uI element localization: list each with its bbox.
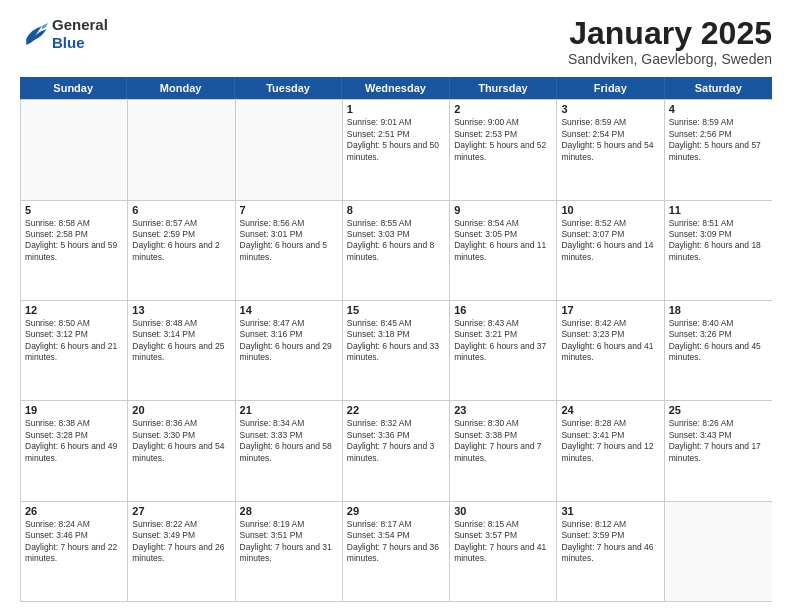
cell-info: Sunrise: 8:47 AM Sunset: 3:16 PM Dayligh… [240,318,338,364]
cell-info: Sunrise: 8:38 AM Sunset: 3:28 PM Dayligh… [25,418,123,464]
cell-info: Sunrise: 8:59 AM Sunset: 2:54 PM Dayligh… [561,117,659,163]
header-day-tuesday: Tuesday [235,77,342,99]
day-number: 21 [240,404,338,416]
cell-info: Sunrise: 9:00 AM Sunset: 2:53 PM Dayligh… [454,117,552,163]
logo-general: General [52,16,108,33]
cell-info: Sunrise: 8:58 AM Sunset: 2:58 PM Dayligh… [25,218,123,264]
calendar-cell: 24Sunrise: 8:28 AM Sunset: 3:41 PM Dayli… [557,401,664,500]
day-number: 15 [347,304,445,316]
day-number: 14 [240,304,338,316]
calendar-row-2: 12Sunrise: 8:50 AM Sunset: 3:12 PM Dayli… [21,300,772,400]
calendar-cell: 28Sunrise: 8:19 AM Sunset: 3:51 PM Dayli… [236,502,343,601]
cell-info: Sunrise: 8:54 AM Sunset: 3:05 PM Dayligh… [454,218,552,264]
header-day-saturday: Saturday [665,77,772,99]
calendar-cell: 3Sunrise: 8:59 AM Sunset: 2:54 PM Daylig… [557,100,664,199]
calendar-cell [665,502,772,601]
day-number: 31 [561,505,659,517]
calendar-cell: 20Sunrise: 8:36 AM Sunset: 3:30 PM Dayli… [128,401,235,500]
cell-info: Sunrise: 8:51 AM Sunset: 3:09 PM Dayligh… [669,218,768,264]
calendar-cell: 6Sunrise: 8:57 AM Sunset: 2:59 PM Daylig… [128,201,235,300]
cell-info: Sunrise: 8:52 AM Sunset: 3:07 PM Dayligh… [561,218,659,264]
calendar-cell: 2Sunrise: 9:00 AM Sunset: 2:53 PM Daylig… [450,100,557,199]
calendar-cell: 9Sunrise: 8:54 AM Sunset: 3:05 PM Daylig… [450,201,557,300]
cell-info: Sunrise: 8:55 AM Sunset: 3:03 PM Dayligh… [347,218,445,264]
logo-bird-icon [20,23,48,45]
day-number: 22 [347,404,445,416]
logo-blue: Blue [52,34,85,51]
cell-info: Sunrise: 8:17 AM Sunset: 3:54 PM Dayligh… [347,519,445,565]
day-number: 18 [669,304,768,316]
header-day-friday: Friday [557,77,664,99]
calendar-cell: 4Sunrise: 8:59 AM Sunset: 2:56 PM Daylig… [665,100,772,199]
cell-info: Sunrise: 8:50 AM Sunset: 3:12 PM Dayligh… [25,318,123,364]
header-day-monday: Monday [127,77,234,99]
cell-info: Sunrise: 8:48 AM Sunset: 3:14 PM Dayligh… [132,318,230,364]
calendar-body: 1Sunrise: 9:01 AM Sunset: 2:51 PM Daylig… [20,99,772,602]
calendar-cell: 21Sunrise: 8:34 AM Sunset: 3:33 PM Dayli… [236,401,343,500]
calendar-cell: 18Sunrise: 8:40 AM Sunset: 3:26 PM Dayli… [665,301,772,400]
page: General Blue January 2025 Sandviken, Gae… [0,0,792,612]
calendar-cell [236,100,343,199]
day-number: 7 [240,204,338,216]
day-number: 11 [669,204,768,216]
day-number: 28 [240,505,338,517]
day-number: 17 [561,304,659,316]
calendar: SundayMondayTuesdayWednesdayThursdayFrid… [20,77,772,602]
calendar-cell: 10Sunrise: 8:52 AM Sunset: 3:07 PM Dayli… [557,201,664,300]
calendar-cell: 8Sunrise: 8:55 AM Sunset: 3:03 PM Daylig… [343,201,450,300]
calendar-cell: 5Sunrise: 8:58 AM Sunset: 2:58 PM Daylig… [21,201,128,300]
calendar-cell: 30Sunrise: 8:15 AM Sunset: 3:57 PM Dayli… [450,502,557,601]
calendar-cell: 29Sunrise: 8:17 AM Sunset: 3:54 PM Dayli… [343,502,450,601]
calendar-row-4: 26Sunrise: 8:24 AM Sunset: 3:46 PM Dayli… [21,501,772,601]
header-day-sunday: Sunday [20,77,127,99]
day-number: 4 [669,103,768,115]
day-number: 16 [454,304,552,316]
cell-info: Sunrise: 8:42 AM Sunset: 3:23 PM Dayligh… [561,318,659,364]
day-number: 2 [454,103,552,115]
day-number: 25 [669,404,768,416]
day-number: 5 [25,204,123,216]
logo: General Blue [20,16,108,52]
calendar-row-0: 1Sunrise: 9:01 AM Sunset: 2:51 PM Daylig… [21,99,772,199]
calendar-cell: 27Sunrise: 8:22 AM Sunset: 3:49 PM Dayli… [128,502,235,601]
calendar-cell [128,100,235,199]
calendar-cell: 12Sunrise: 8:50 AM Sunset: 3:12 PM Dayli… [21,301,128,400]
day-number: 27 [132,505,230,517]
calendar-cell: 11Sunrise: 8:51 AM Sunset: 3:09 PM Dayli… [665,201,772,300]
day-number: 10 [561,204,659,216]
calendar-row-1: 5Sunrise: 8:58 AM Sunset: 2:58 PM Daylig… [21,200,772,300]
day-number: 26 [25,505,123,517]
day-number: 6 [132,204,230,216]
calendar-cell: 16Sunrise: 8:43 AM Sunset: 3:21 PM Dayli… [450,301,557,400]
calendar-cell: 13Sunrise: 8:48 AM Sunset: 3:14 PM Dayli… [128,301,235,400]
calendar-cell [21,100,128,199]
cell-info: Sunrise: 8:45 AM Sunset: 3:18 PM Dayligh… [347,318,445,364]
cell-info: Sunrise: 8:32 AM Sunset: 3:36 PM Dayligh… [347,418,445,464]
calendar-cell: 7Sunrise: 8:56 AM Sunset: 3:01 PM Daylig… [236,201,343,300]
cell-info: Sunrise: 8:36 AM Sunset: 3:30 PM Dayligh… [132,418,230,464]
cell-info: Sunrise: 8:24 AM Sunset: 3:46 PM Dayligh… [25,519,123,565]
day-number: 9 [454,204,552,216]
day-number: 13 [132,304,230,316]
calendar-cell: 25Sunrise: 8:26 AM Sunset: 3:43 PM Dayli… [665,401,772,500]
day-number: 30 [454,505,552,517]
day-number: 29 [347,505,445,517]
calendar-cell: 15Sunrise: 8:45 AM Sunset: 3:18 PM Dayli… [343,301,450,400]
day-number: 20 [132,404,230,416]
calendar-cell: 17Sunrise: 8:42 AM Sunset: 3:23 PM Dayli… [557,301,664,400]
calendar-row-3: 19Sunrise: 8:38 AM Sunset: 3:28 PM Dayli… [21,400,772,500]
calendar-cell: 22Sunrise: 8:32 AM Sunset: 3:36 PM Dayli… [343,401,450,500]
calendar-cell: 31Sunrise: 8:12 AM Sunset: 3:59 PM Dayli… [557,502,664,601]
cell-info: Sunrise: 8:59 AM Sunset: 2:56 PM Dayligh… [669,117,768,163]
location: Sandviken, Gaevleborg, Sweden [568,51,772,67]
header: General Blue January 2025 Sandviken, Gae… [20,16,772,67]
day-number: 3 [561,103,659,115]
month-title: January 2025 [568,16,772,51]
title-block: January 2025 Sandviken, Gaevleborg, Swed… [568,16,772,67]
calendar-cell: 14Sunrise: 8:47 AM Sunset: 3:16 PM Dayli… [236,301,343,400]
cell-info: Sunrise: 8:30 AM Sunset: 3:38 PM Dayligh… [454,418,552,464]
cell-info: Sunrise: 8:19 AM Sunset: 3:51 PM Dayligh… [240,519,338,565]
calendar-cell: 26Sunrise: 8:24 AM Sunset: 3:46 PM Dayli… [21,502,128,601]
cell-info: Sunrise: 8:56 AM Sunset: 3:01 PM Dayligh… [240,218,338,264]
logo-text: General Blue [52,16,108,52]
